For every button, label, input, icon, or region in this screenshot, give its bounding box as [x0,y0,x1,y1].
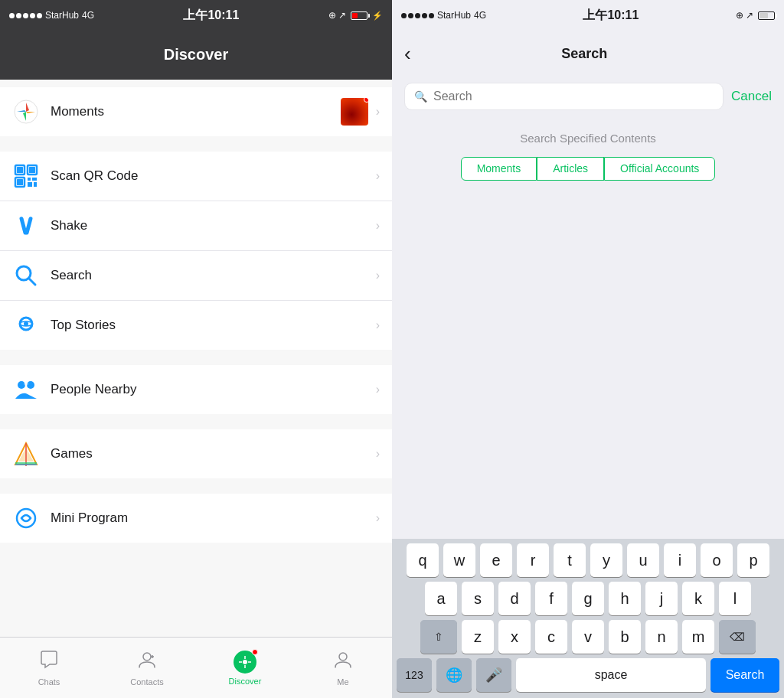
key-h[interactable]: h [609,582,641,615]
right-time: 上午10:11 [583,8,639,24]
svg-point-30 [243,660,247,664]
menu-item-people-nearby[interactable]: People Nearby › [0,365,392,414]
space-key[interactable]: space [516,658,706,692]
me-label: Me [337,677,348,687]
key-u[interactable]: u [627,543,659,577]
search-icon-menu [12,262,40,289]
moments-notification-dot [364,98,368,103]
moments-chevron: › [376,105,380,119]
key-z[interactable]: z [462,620,494,654]
section-gap-3 [0,414,392,422]
tab-bar: Chats Contacts [0,637,392,698]
key-l[interactable]: l [719,582,751,615]
menu-item-top-stories[interactable]: Top Stories › [0,301,392,350]
right-battery-icon [758,11,775,20]
moments-thumb [341,98,368,126]
menu-section-mini: Mini Program › [0,494,392,543]
search-input[interactable] [433,90,714,103]
svg-rect-12 [24,217,33,235]
key-j[interactable]: j [645,582,678,615]
menu-item-search[interactable]: Search › [0,251,392,301]
svg-rect-6 [17,179,23,185]
key-n[interactable]: n [645,620,678,654]
key-m[interactable]: m [682,620,714,654]
svg-line-14 [29,279,35,285]
tab-item-discover[interactable]: Discover [196,651,294,686]
chats-label: Chats [38,677,60,687]
menu-section-people: People Nearby › [0,365,392,414]
people-nearby-chevron: › [376,383,380,396]
keyboard-row-1: q w e r t y u i o p [392,539,784,577]
key-r[interactable]: r [517,543,549,577]
back-button[interactable]: ‹ [404,42,411,66]
shake-chevron: › [376,219,380,233]
tab-item-contacts[interactable]: Contacts [98,650,196,687]
moments-icon [12,98,40,126]
discover-title: Discover [164,46,229,64]
key-f[interactable]: f [535,582,567,615]
menu-item-shake[interactable]: Shake › [0,201,392,251]
menu-item-scan[interactable]: Scan QR Code › [0,152,392,201]
search-key[interactable]: Search [710,658,779,692]
backspace-key[interactable]: ⌫ [719,620,756,654]
search-chevron: › [376,269,380,282]
key-o[interactable]: o [701,543,733,577]
section-gap-2 [0,350,392,357]
svg-point-27 [143,653,151,660]
left-status-right: ⊕ ↗ ⚡ [328,10,383,21]
filter-tab-moments[interactable]: Moments [461,157,537,181]
key-i[interactable]: i [664,543,696,577]
section-gap-5 [0,543,392,550]
scan-chevron: › [376,169,380,183]
scan-label: Scan QR Code [51,168,376,184]
signal-dots [9,13,42,18]
key-p[interactable]: p [737,543,769,577]
key-t[interactable]: t [554,543,586,577]
keyboard-row-3: ⇧ z x c v b n m ⌫ [392,615,784,654]
right-status-left: StarHub 4G [401,10,486,21]
key-x[interactable]: x [498,620,531,654]
chats-icon [39,650,59,674]
key-d[interactable]: d [498,582,531,615]
left-status-left: StarHub 4G [9,10,94,21]
right-status-right: ⊕ ↗ [736,10,775,21]
section-gap-4 [0,478,392,486]
mini-program-icon [12,504,40,532]
search-hint: Search Specified Contents [392,116,784,157]
key-k[interactable]: k [682,582,714,615]
menu-item-mini-program[interactable]: Mini Program › [0,494,392,543]
tab-item-me[interactable]: Me [294,650,392,687]
key-c[interactable]: c [535,620,567,654]
menu-item-games[interactable]: Games › [0,429,392,478]
menu-section-moments: Moments › [0,87,392,136]
top-stories-label: Top Stories [51,318,376,333]
left-network: 4G [82,10,94,21]
mini-program-label: Mini Program [51,510,376,526]
filter-tab-articles[interactable]: Articles [537,157,604,181]
key-a[interactable]: a [425,582,457,615]
key-v[interactable]: v [572,620,604,654]
tab-item-chats[interactable]: Chats [0,650,98,687]
cancel-button[interactable]: Cancel [731,89,772,104]
scan-qr-icon [12,162,40,190]
globe-key[interactable]: 🌐 [436,658,472,692]
menu-section-tools: Scan QR Code › Shake › [0,152,392,350]
search-header: ‹ Search [392,31,784,77]
key-y[interactable]: y [590,543,622,577]
filter-tab-official-accounts[interactable]: Official Accounts [604,157,715,181]
shake-label: Shake [51,218,376,233]
key-q[interactable]: q [407,543,439,577]
key-w[interactable]: w [443,543,475,577]
shift-key[interactable]: ⇧ [420,620,457,654]
numbers-key[interactable]: 123 [397,658,432,692]
mic-key[interactable]: 🎤 [476,658,511,692]
contacts-icon [137,650,157,674]
menu-item-moments[interactable]: Moments › [0,87,392,136]
key-b[interactable]: b [609,620,641,654]
games-icon [12,440,40,468]
key-e[interactable]: e [480,543,512,577]
key-g[interactable]: g [572,582,604,615]
official-accounts-label: Official Accounts [620,162,699,174]
key-s[interactable]: s [462,582,494,615]
section-gap-1 [0,136,392,144]
